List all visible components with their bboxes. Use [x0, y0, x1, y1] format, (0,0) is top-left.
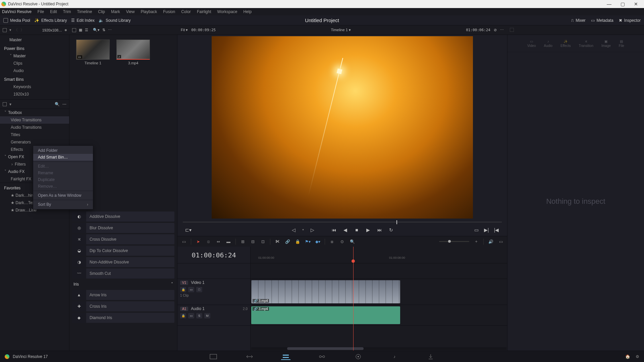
- close-button[interactable]: ✕: [629, 0, 643, 8]
- fx-generators[interactable]: Generators: [0, 138, 69, 146]
- ctx-add-folder[interactable]: Add Folder: [33, 147, 93, 154]
- fx-entry[interactable]: ✚Cross Iris: [72, 301, 174, 311]
- snap-icon[interactable]: ⧈: [329, 239, 335, 245]
- nav-back-icon[interactable]: 〈: [14, 27, 18, 33]
- loop-icon[interactable]: ↻: [388, 227, 394, 233]
- media-pool-toggle[interactable]: Media Pool: [3, 18, 30, 23]
- track-header-v1[interactable]: V1 Video 1 🔒 ▭ □ 1 Clip: [177, 279, 250, 305]
- timeline-name-dropdown[interactable]: Timeline 1 ▾: [331, 28, 351, 32]
- smart-bin-res[interactable]: 1920x10: [0, 90, 69, 98]
- minimize-button[interactable]: —: [602, 0, 616, 8]
- nav-fwd-icon[interactable]: 〉: [20, 27, 24, 33]
- trim-tool-icon[interactable]: ⎅: [205, 239, 211, 245]
- zoom-to-fit-icon[interactable]: ⊙: [339, 239, 345, 245]
- go-start-icon[interactable]: ⏮: [331, 227, 337, 233]
- chevron-down-icon[interactable]: ▾: [9, 28, 11, 32]
- prev-edit-icon[interactable]: ◁: [291, 227, 296, 233]
- view-grid-icon[interactable]: ▦: [79, 28, 82, 32]
- page-deliver[interactable]: [426, 353, 435, 360]
- ctx-sort-by[interactable]: Sort By›: [33, 201, 93, 208]
- menu-timeline[interactable]: Timeline: [74, 9, 95, 15]
- timeline-view-icon[interactable]: ▭: [181, 239, 187, 245]
- ctx-edit[interactable]: Edit…: [33, 163, 93, 170]
- track-enable-icon[interactable]: ▭: [188, 287, 194, 292]
- view-thumb-icon[interactable]: [72, 28, 76, 32]
- power-bins-header[interactable]: Power Bins: [0, 45, 69, 52]
- replace-icon[interactable]: ⊡: [260, 239, 266, 245]
- menu-edit[interactable]: Edit: [47, 9, 60, 15]
- playhead[interactable]: [353, 247, 354, 351]
- inspector-tab-effects[interactable]: ✨Effects: [560, 40, 571, 48]
- fx-search-icon[interactable]: 🔍: [55, 102, 60, 107]
- track-solo-button[interactable]: S: [196, 313, 202, 318]
- link-icon[interactable]: 🔗: [284, 239, 290, 245]
- mark-in-icon[interactable]: ⊏▾: [185, 227, 191, 233]
- zoom-icon[interactable]: 🔍: [349, 239, 355, 245]
- audio-clip[interactable]: 🔗3.mp4: [251, 306, 400, 324]
- ctx-rename[interactable]: Rename: [33, 170, 93, 176]
- page-media[interactable]: [209, 353, 218, 360]
- track-lane-v1[interactable]: 🔗3.mp4: [251, 279, 507, 305]
- app-menu-name[interactable]: DaVinci Resolve: [2, 9, 34, 14]
- track-lock-icon[interactable]: 🔒: [180, 313, 186, 318]
- menu-fairlight[interactable]: Fairlight: [194, 9, 214, 15]
- inspector-tab-transition[interactable]: ⤨Transition: [579, 40, 593, 48]
- project-settings-icon[interactable]: ⚙: [636, 354, 639, 359]
- step-back-icon[interactable]: |◀: [494, 227, 499, 233]
- fx-entry[interactable]: ◑Non-Additive Dissolve: [72, 257, 174, 267]
- power-bin-audio[interactable]: Audio: [0, 67, 69, 74]
- menu-color[interactable]: Color: [178, 9, 194, 15]
- inspector-tab-image[interactable]: ▣Image: [601, 40, 611, 48]
- project-manager-icon[interactable]: 🏠: [625, 354, 630, 359]
- view-list-icon[interactable]: ☰: [85, 28, 88, 32]
- chevron-down-icon[interactable]: ▾: [9, 102, 11, 107]
- viewer-options-icon[interactable]: ⋯: [500, 28, 504, 32]
- timeline-options-icon[interactable]: ▭: [498, 239, 504, 245]
- page-fusion[interactable]: [317, 353, 327, 360]
- zoom-in-icon[interactable]: ＋: [473, 239, 479, 245]
- maximize-button[interactable]: ▢: [616, 0, 629, 8]
- menu-view[interactable]: View: [123, 9, 138, 15]
- loop-dot-icon[interactable]: •: [302, 228, 304, 232]
- bypass-icon[interactable]: ⊘: [494, 28, 497, 32]
- timeline-ruler[interactable]: 01:00:00:00 01:00:08:00: [251, 247, 507, 263]
- match-frame-icon[interactable]: ▭: [474, 227, 479, 233]
- timeline-hscrollbar[interactable]: [251, 347, 506, 350]
- fx-entry[interactable]: ⤨Cross Dissolve: [72, 234, 174, 244]
- fx-entry[interactable]: ◆Diamond Iris: [72, 313, 174, 323]
- search-icon[interactable]: 🔍▾: [93, 28, 100, 32]
- fit-dropdown[interactable]: Fit ▾: [181, 28, 188, 32]
- flag-icon[interactable]: ⚑▾: [305, 239, 311, 245]
- viewer-scrubber[interactable]: [183, 220, 502, 225]
- page-fairlight[interactable]: ♪: [390, 353, 399, 360]
- metadata-toggle[interactable]: ▭Metadata: [591, 18, 613, 23]
- effects-library-toggle[interactable]: ✨Effects Library: [34, 18, 67, 23]
- menu-clip[interactable]: Clip: [95, 9, 108, 15]
- overwrite-icon[interactable]: ⊟: [250, 239, 256, 245]
- menu-help[interactable]: Help: [240, 9, 254, 15]
- page-edit[interactable]: [281, 353, 290, 360]
- fx-entry[interactable]: ◐Additive Dissolve: [72, 212, 174, 222]
- menu-playback[interactable]: Playback: [138, 9, 160, 15]
- fx-audio-transitions[interactable]: Audio Transitions: [0, 124, 69, 131]
- edit-index-toggle[interactable]: ☰Edit Index: [71, 18, 95, 23]
- fx-entry[interactable]: ◎Blur Dissolve: [72, 223, 174, 233]
- smart-bin-keywords[interactable]: Keywords: [0, 83, 69, 90]
- fx-video-transitions[interactable]: Video Transitions: [0, 116, 69, 124]
- blade-all-icon[interactable]: ✀: [274, 239, 280, 245]
- selection-tool-icon[interactable]: ➤: [195, 239, 201, 245]
- menu-file[interactable]: File: [35, 9, 47, 15]
- fx-entry[interactable]: ◒Dip To Color Dissolve: [72, 246, 174, 256]
- marker-icon[interactable]: ◆▾: [315, 239, 321, 245]
- next-edit-icon[interactable]: ▷: [310, 227, 315, 233]
- fx-entry[interactable]: ▲Arrow Iris: [72, 290, 174, 300]
- sort-icon[interactable]: ⇅: [102, 28, 105, 32]
- track-header-a1[interactable]: A1 Audio 1 2.0 🔒 ▭ S M: [177, 305, 250, 326]
- video-clip[interactable]: 🔗3.mp4: [251, 280, 400, 303]
- step-fwd-icon[interactable]: ▶|: [484, 227, 489, 233]
- stop-icon[interactable]: ■: [354, 227, 360, 233]
- mixer-toggle[interactable]: ⎍Mixer: [571, 18, 585, 23]
- blade-tool-icon[interactable]: ▬: [225, 239, 231, 245]
- menu-trim[interactable]: Trim: [60, 9, 74, 15]
- page-color[interactable]: [354, 353, 363, 360]
